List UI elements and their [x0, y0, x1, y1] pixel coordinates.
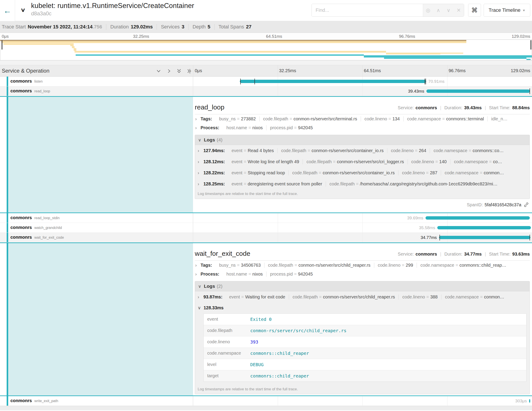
- column-resizer[interactable]: ∥: [189, 68, 191, 74]
- log-timestamp: 128.22ms:: [203, 170, 225, 176]
- span-name-cell[interactable]: conmonrswrite_exit_path: [0, 396, 193, 406]
- minimap-axis-tick: 96.76ms: [399, 34, 415, 39]
- span-name-cell[interactable]: conmonrslisten: [0, 77, 193, 86]
- minimap-gap: [0, 60, 532, 65]
- kv-equals: =: [236, 263, 241, 268]
- viewport-drag-handle[interactable]: [1, 40, 2, 49]
- log-entry[interactable]: ›128.12ms:event=Wrote log line of length…: [195, 156, 530, 167]
- log-entry[interactable]: ›128.22ms:event=Stopping read loopcode.f…: [195, 167, 530, 178]
- kv-value: Waiting for exit code: [245, 294, 285, 299]
- field-key: level: [204, 359, 248, 370]
- span-row[interactable]: conmonrswatch_grandchild35.58ms: [0, 223, 532, 233]
- span-timeline-cell[interactable]: 39.69ms: [193, 213, 532, 223]
- span-duration-bar[interactable]: [439, 236, 531, 239]
- kv-key: code.filepath: [268, 263, 293, 268]
- tags-row[interactable]: ›Tags:busy_ns=34506763code.filepath=conm…: [195, 261, 530, 270]
- field-key: code.namespace: [204, 348, 248, 359]
- kv-equals: =: [355, 181, 360, 186]
- view-selector-button[interactable]: Trace Timeline ∨: [484, 4, 530, 17]
- collapse-trace-icon[interactable]: ∨: [20, 7, 26, 13]
- span-timeline-cell[interactable]: 303μs: [193, 396, 532, 406]
- kv-value: 942045: [298, 125, 313, 130]
- minimap-span: [3, 43, 73, 45]
- collapse-one-icon[interactable]: [155, 68, 162, 75]
- summary-item: Services3: [157, 24, 184, 30]
- kv-item: code.namespace=conmonrs::co…: [430, 148, 507, 153]
- span-row[interactable]: conmonrswait_for_exit_code34.77ms: [0, 233, 532, 243]
- log-entry[interactable]: ›128.25ms:event=deregistering event sour…: [195, 178, 530, 189]
- span-duration-bar[interactable]: [240, 80, 426, 83]
- summary-value-suffix: .756: [93, 24, 102, 30]
- logs-header[interactable]: ∨Logs(2): [195, 281, 530, 291]
- meta-label: Duration:: [444, 105, 462, 110]
- span-row[interactable]: conmonrsread_loop39.43ms: [0, 86, 532, 96]
- prev-match-icon[interactable]: ∧: [433, 7, 444, 13]
- kv-item: event=Stopping read loop: [228, 170, 289, 176]
- kv-key: code.filepath: [329, 181, 354, 186]
- span-timeline-cell[interactable]: 34.77ms: [193, 233, 532, 242]
- link-icon[interactable]: [523, 202, 529, 207]
- collapse-all-icon[interactable]: [176, 68, 182, 75]
- keyboard-shortcuts-button[interactable]: ⌘: [468, 4, 481, 17]
- kv-value: /home/sascha/.cargo/registry/src/github.…: [360, 181, 497, 186]
- logs-header[interactable]: ∨Logs(4): [195, 135, 530, 145]
- detail-indent-column: [0, 243, 193, 395]
- log-timestamp: 128.25ms:: [203, 181, 225, 186]
- log-entry[interactable]: ›127.94ms:event=Read 4 bytescode.filepat…: [195, 145, 530, 156]
- find-input[interactable]: [312, 4, 423, 16]
- kv-key: code.filepath: [306, 159, 332, 164]
- minimap-span: [364, 55, 532, 58]
- trace-minimap[interactable]: [0, 39, 532, 60]
- span-duration-bar[interactable]: [426, 89, 530, 93]
- span-duration-bar[interactable]: [529, 399, 530, 402]
- span-name-cell[interactable]: conmonrswatch_grandchild: [0, 223, 193, 233]
- span-name-cell[interactable]: conmonrswait_for_exit_code: [0, 233, 193, 242]
- meta-value: conmonrs: [416, 105, 437, 110]
- logs-note: Log timestamps are relative to the start…: [195, 385, 530, 394]
- minimap-span: [76, 54, 364, 56]
- span-timeline-cell[interactable]: 35.58ms: [193, 223, 532, 233]
- minimap-span: [440, 53, 463, 54]
- viewport-drag-handle[interactable]: [531, 40, 531, 49]
- back-button[interactable]: ←: [0, 0, 15, 21]
- span-duration-bar[interactable]: [426, 216, 530, 220]
- log-timestamp: 128.33ms: [204, 305, 224, 310]
- log-fields-table: eventExited 0code.filepathconmon-rs/serv…: [203, 313, 526, 382]
- next-match-icon[interactable]: ∨: [444, 7, 454, 13]
- span-detail-panel: read_loopService:conmonrs|Duration:39.43…: [0, 96, 532, 213]
- meta-label: Service:: [398, 252, 414, 257]
- expand-one-icon[interactable]: [165, 68, 172, 75]
- minimap-axis-tick: 64.51ms: [266, 34, 282, 39]
- kv-equals: =: [479, 294, 484, 299]
- kv-value: 273882: [241, 116, 256, 121]
- kv-key: event: [232, 170, 242, 175]
- kv-equals: =: [387, 116, 392, 121]
- span-timeline-cell[interactable]: 70.91ms: [193, 77, 532, 86]
- minimap-span: [386, 53, 440, 54]
- log-entry-expanded-header[interactable]: ∨128.33ms: [195, 303, 530, 312]
- detail-meta: Service:conmonrs|Duration:39.43ms|Start …: [398, 103, 530, 110]
- span-duration-label: 39.43ms: [408, 89, 426, 94]
- span-row[interactable]: conmonrswrite_exit_path303μs: [0, 396, 532, 406]
- log-entry[interactable]: ›93.87ms:event=Waiting for exit codecode…: [195, 291, 530, 303]
- kv-equals: =: [240, 294, 245, 299]
- kv-item: host.name=nixos: [223, 125, 266, 130]
- logs-count: (4): [217, 137, 222, 142]
- span-duration-bar[interactable]: [437, 226, 531, 229]
- process-row[interactable]: ›Process:host.name=nixosprocess.pid=9420…: [195, 123, 530, 132]
- kv-value: nixos: [252, 272, 263, 276]
- log-marker-tick: [240, 78, 241, 84]
- span-timeline-cell[interactable]: 39.43ms: [193, 86, 532, 96]
- clear-search-icon[interactable]: ✕: [454, 7, 464, 13]
- tags-label: Tags:: [200, 116, 212, 121]
- span-name-cell[interactable]: conmonrsread_loop: [0, 86, 193, 96]
- span-duration-label: 39.69ms: [407, 215, 426, 220]
- process-row[interactable]: ›Process:host.name=nixosprocess.pid=9420…: [195, 270, 530, 278]
- kv-item: busy_ns=273882: [216, 116, 259, 121]
- span-name-cell[interactable]: conmonrsread_loop_stdin: [0, 213, 193, 223]
- match-target-icon[interactable]: ◎: [423, 7, 433, 13]
- span-row[interactable]: conmonrslisten70.91ms: [0, 77, 532, 86]
- span-row[interactable]: conmonrsread_loop_stdin39.69ms: [0, 213, 532, 223]
- kv-value: Stopping read loop: [247, 170, 285, 175]
- tags-row[interactable]: ›Tags:busy_ns=273882code.filepath=conmon…: [195, 114, 530, 123]
